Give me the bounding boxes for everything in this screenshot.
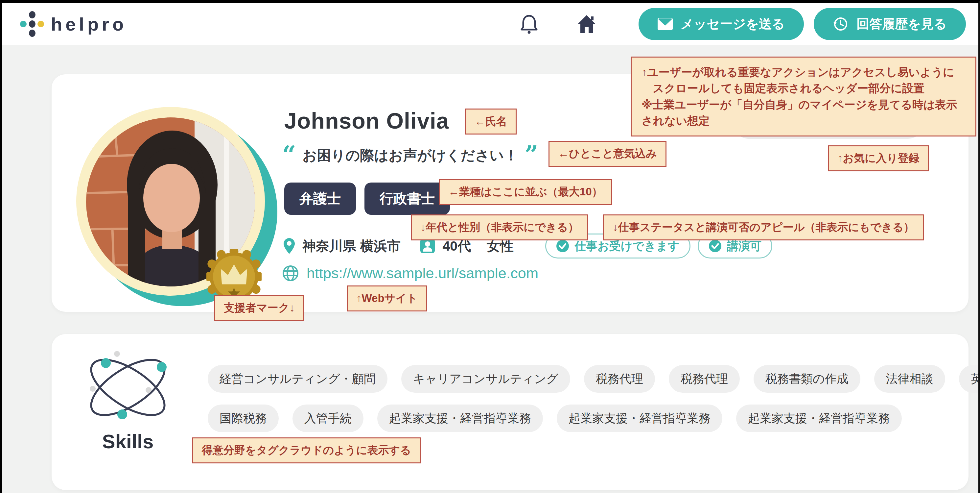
quote-open-mark: “: [282, 143, 296, 159]
home-button[interactable]: [577, 14, 597, 34]
skill-tag: 国際税務: [208, 405, 279, 432]
home-icon: [577, 14, 597, 34]
history-clock-icon: [833, 16, 848, 32]
motto-text: お困りの際はお声がけください！: [302, 143, 518, 165]
header-annotation: ↑ユーザーが取れる重要なアクションはアクセスし易いように スクロールしても固定表…: [631, 57, 976, 137]
header-annotation-line2: スクロールしても固定表示されるヘッダー部分に設置: [641, 80, 966, 96]
motto-annotation: ←ひとこと意気込み: [549, 141, 667, 167]
industry-badge-gyoseishoshi: 行政書士: [364, 182, 450, 215]
skill-tag: 税務書類の作成: [754, 365, 861, 393]
quote-close-mark: ”: [525, 143, 538, 159]
bell-icon: [520, 14, 538, 34]
industry-badge-lawyer: 弁護士: [284, 182, 356, 215]
map-pin-icon: [283, 238, 295, 254]
industry-annotation: ←業種はここに並ぶ（最大10）: [439, 179, 612, 205]
name-annotation: ←氏名: [465, 108, 517, 134]
status-pill-accepting-work-label: 仕事お受けできます: [574, 238, 679, 254]
skill-tag: 法律相談: [874, 365, 945, 393]
mail-icon: [658, 18, 673, 30]
skill-tag: 起業家支援・経営指導業務: [557, 405, 722, 432]
view-history-label: 回答履歴を見る: [856, 15, 947, 33]
helpro-logo-icon: [19, 10, 45, 38]
check-circle-icon: [556, 239, 569, 252]
website-row: https://www.sample.url/sample.com: [282, 265, 538, 282]
supporter-annotation: 支援者マーク↓: [214, 295, 304, 321]
status-annotation: ↓仕事ステータスと講演可否のアピール（非表示にもできる）: [603, 214, 924, 241]
skills-annotation: 得意分野をタグクラウドのように表示する: [192, 437, 421, 463]
globe-icon: [282, 265, 299, 282]
motto-row: “ お困りの際はお声がけください！ ”: [282, 143, 538, 165]
skill-tag: 英文会計: [959, 365, 980, 393]
website-link[interactable]: https://www.sample.url/sample.com: [307, 265, 538, 282]
helpro-logo[interactable]: helpro: [19, 10, 127, 38]
industry-badges: 弁護士 行政書士: [284, 182, 450, 215]
location-text: 神奈川県 横浜市: [302, 237, 400, 255]
person-icon: [420, 238, 435, 254]
skills-section-header: Skills: [72, 349, 184, 453]
skill-tag: 起業家支援・経営指導業務: [377, 405, 543, 432]
atom-icon: [80, 349, 175, 426]
page: helpro メッセージを送る: [0, 0, 980, 493]
skills-tags-row-2: 国際税務 入管手続 起業家支援・経営指導業務 起業家支援・経営指導業務 起業家支…: [208, 405, 902, 432]
profile-name: Johnson Olivia: [284, 108, 449, 134]
age-gender-annotation: ↓年代と性別（非表示にできる）: [411, 214, 588, 241]
logo-wordmark: helpro: [51, 13, 127, 35]
website-annotation: ↑Webサイト: [347, 286, 427, 311]
skill-tag: 起業家支援・経営指導業務: [736, 405, 902, 432]
view-history-button[interactable]: 回答履歴を見る: [814, 8, 966, 40]
header-annotation-line1: ↑ユーザーが取れる重要なアクションはアクセスし易いように: [641, 64, 966, 80]
check-circle-icon: [708, 239, 722, 252]
header-annotation-line3: ※士業ユーザーが「自分自身」のマイページを見てる時は表示されない想定: [641, 97, 966, 129]
skill-tag: キャリアコンサルティング: [401, 365, 570, 393]
notification-bell-button[interactable]: [520, 14, 538, 34]
skill-tag: 入管手続: [293, 405, 363, 432]
skill-tag: 税務代理: [669, 365, 740, 393]
skills-title: Skills: [72, 430, 184, 453]
skill-tag: 税務代理: [584, 365, 655, 393]
skills-tags-row-1: 経営コンサルティング・顧問 キャリアコンサルティング 税務代理 税務代理 税務書…: [208, 365, 980, 393]
favorite-annotation: ↑お気に入り登録: [828, 145, 929, 171]
send-message-label: メッセージを送る: [681, 15, 785, 33]
skill-tag: 経営コンサルティング・顧問: [208, 365, 387, 393]
app-header: helpro メッセージを送る: [2, 3, 978, 45]
status-pill-lecture-ok-label: 講演可: [727, 238, 762, 254]
send-message-button[interactable]: メッセージを送る: [638, 8, 804, 40]
profile-avatar: 支援者マーク↓: [76, 107, 277, 308]
